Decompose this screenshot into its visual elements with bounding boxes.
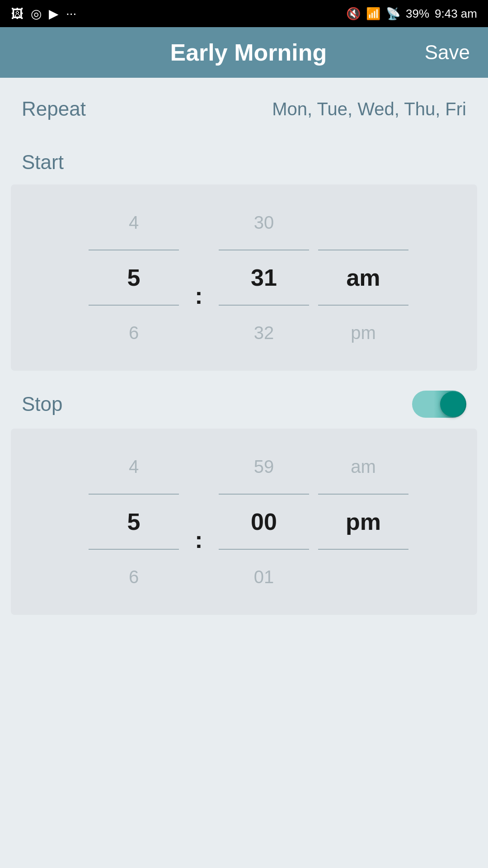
stop-colon: : <box>195 526 202 553</box>
stop-period-below <box>318 550 408 604</box>
stop-section-label: Stop <box>22 393 63 415</box>
start-period-below: pm <box>318 306 408 360</box>
battery-label: 39% <box>406 7 429 21</box>
alarm-icon: ◎ <box>31 6 42 21</box>
start-time-picker[interactable]: 4 5 6 : 30 31 32 am <box>11 184 477 371</box>
start-minute-below: 32 <box>210 306 318 360</box>
stop-row: Stop <box>0 371 488 429</box>
start-hour-column[interactable]: 4 5 6 <box>80 195 188 360</box>
status-bar-left: 🖼 ◎ ▶ ··· <box>11 6 76 21</box>
start-period-column[interactable]: am pm <box>318 195 408 360</box>
time-label: 9:43 am <box>435 7 477 21</box>
repeat-row[interactable]: Repeat Mon, Tue, Wed, Thu, Fri <box>0 78 488 140</box>
start-time-picker-inner: 4 5 6 : 30 31 32 am <box>11 195 477 360</box>
stop-time-picker-inner: 4 5 6 : 59 00 01 am pm <box>11 439 477 604</box>
start-minute-above: 30 <box>210 195 318 250</box>
start-period-active[interactable]: am <box>318 250 408 305</box>
start-section-label: Start <box>0 140 488 184</box>
start-hour-below: 6 <box>80 306 188 360</box>
more-icon: ··· <box>66 6 76 21</box>
wifi-icon: 📶 <box>366 7 380 21</box>
mute-icon: 🔇 <box>346 7 361 21</box>
signal-icon: 📡 <box>386 7 400 21</box>
stop-time-picker[interactable]: 4 5 6 : 59 00 01 am pm <box>11 429 477 615</box>
stop-minute-above: 59 <box>210 439 318 494</box>
stop-period-column[interactable]: am pm <box>318 439 408 604</box>
stop-hour-below: 6 <box>80 550 188 604</box>
status-bar-right: 🔇 📶 📡 39% 9:43 am <box>346 7 477 21</box>
start-hour-above: 4 <box>80 195 188 250</box>
play-icon: ▶ <box>49 6 59 21</box>
stop-minute-column[interactable]: 59 00 01 <box>210 439 318 604</box>
start-period-above <box>318 195 408 250</box>
start-colon-spacer: : <box>188 246 210 309</box>
app-bar: Early Morning Save <box>0 27 488 78</box>
stop-toggle-wrapper[interactable] <box>412 391 466 418</box>
start-minute-column[interactable]: 30 31 32 <box>210 195 318 360</box>
stop-toggle[interactable] <box>412 391 466 418</box>
stop-hour-above: 4 <box>80 439 188 494</box>
start-hour-active[interactable]: 5 <box>80 250 188 305</box>
repeat-value: Mon, Tue, Wed, Thu, Fri <box>272 99 466 119</box>
stop-hour-column[interactable]: 4 5 6 <box>80 439 188 604</box>
save-button[interactable]: Save <box>425 41 470 64</box>
content: Repeat Mon, Tue, Wed, Thu, Fri Start 4 5… <box>0 78 488 868</box>
stop-hour-active[interactable]: 5 <box>80 495 188 549</box>
stop-minute-active[interactable]: 00 <box>210 495 318 549</box>
start-minute-active[interactable]: 31 <box>210 250 318 305</box>
status-bar: 🖼 ◎ ▶ ··· 🔇 📶 📡 39% 9:43 am <box>0 0 488 27</box>
stop-minute-below: 01 <box>210 550 318 604</box>
start-colon: : <box>195 282 202 309</box>
stop-toggle-knob <box>440 392 465 417</box>
stop-colon-spacer: : <box>188 490 210 553</box>
stop-period-above: am <box>318 439 408 494</box>
stop-period-active[interactable]: pm <box>318 495 408 549</box>
page-title: Early Morning <box>72 39 425 66</box>
photo-icon: 🖼 <box>11 6 23 21</box>
repeat-label: Repeat <box>22 98 86 120</box>
